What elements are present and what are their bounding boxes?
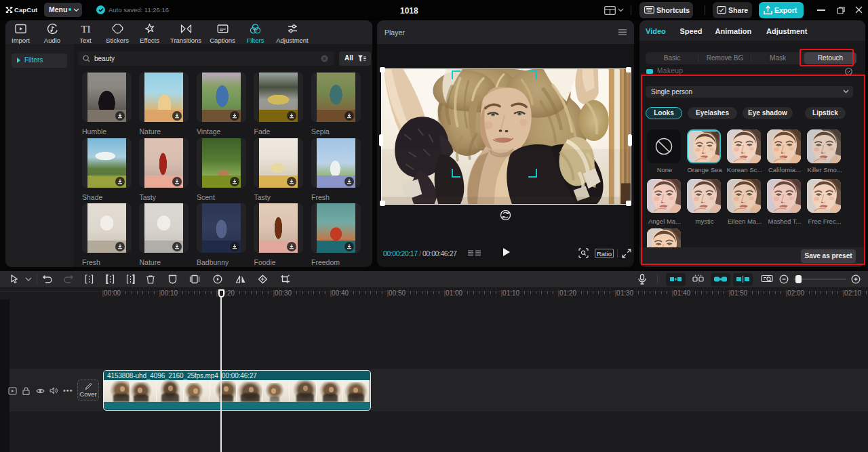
svg-text:TI: TI [81,24,90,35]
